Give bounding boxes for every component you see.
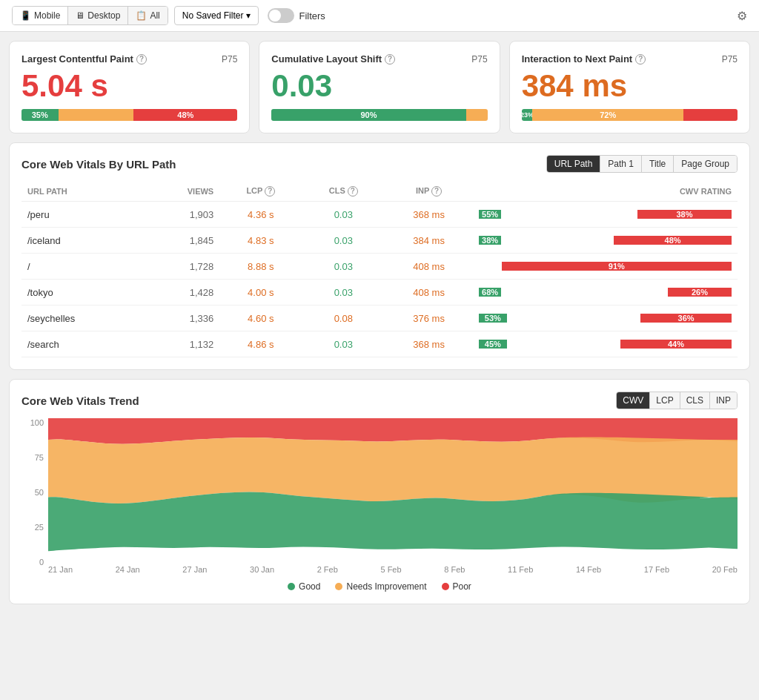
inp-value: 384 ms <box>522 70 738 102</box>
x-label-8: 14 Feb <box>576 565 601 574</box>
tab-desktop[interactable]: 🖥 Desktop <box>68 7 128 24</box>
bar-segment-green: 53% <box>479 314 507 323</box>
cls-col-info-icon[interactable]: ? <box>348 186 358 197</box>
tab-mobile[interactable]: 📱 Mobile <box>13 7 68 24</box>
tab-path1[interactable]: Path 1 <box>600 156 642 172</box>
col-cls: CLS ? <box>302 182 385 202</box>
inp-card-header: Interaction to Next Paint ? P75 <box>522 53 738 65</box>
url-grouping-tabs: URL Path Path 1 Title Page Group <box>546 155 738 173</box>
row-rating-bar: 53%36% <box>479 311 732 325</box>
row-inp: 408 ms <box>385 280 473 306</box>
lcp-col-info-icon[interactable]: ? <box>265 186 275 197</box>
x-label-9: 17 Feb <box>644 565 669 574</box>
col-views: VIEWS <box>142 182 219 202</box>
cls-info-icon[interactable]: ? <box>385 54 395 65</box>
bar-segment-green: 55% <box>479 210 501 219</box>
row-rating-bar: 55%38% <box>479 208 732 221</box>
settings-button[interactable]: ⚙ <box>737 9 747 23</box>
trend-tabs: CWV LCP CLS INP <box>616 392 738 409</box>
y-50: 50 <box>21 488 44 497</box>
row-path: /iceland <box>21 228 142 254</box>
row-lcp: 8.88 s <box>219 254 302 280</box>
row-rating-bar: 38%48% <box>479 234 732 247</box>
metric-cards-row: Largest Contentful Paint ? P75 5.04 s 35… <box>9 41 750 133</box>
inp-info-icon[interactable]: ? <box>635 54 646 65</box>
tab-title[interactable]: Title <box>642 156 674 172</box>
inp-percentile: P75 <box>722 54 738 65</box>
row-views: 1,728 <box>142 254 219 280</box>
table-header-row: URL PATH VIEWS LCP ? CLS ? INP ? CWV RAT… <box>21 182 738 202</box>
cls-bar-good: 90% <box>271 109 465 121</box>
table-row: /search 1,132 4.86 s 0.03 368 ms 45%44% <box>21 331 738 357</box>
lcp-percentile: P75 <box>222 54 237 65</box>
bar-segment-red: 48% <box>614 236 732 245</box>
inp-bar-poor <box>683 109 738 121</box>
inp-bar-good: 23% <box>522 109 533 121</box>
filter-dropdown-label: No Saved Filter <box>182 10 244 21</box>
bar-segment-red: 38% <box>637 210 732 219</box>
legend-poor-label: Poor <box>453 581 471 592</box>
trend-chart-svg <box>48 418 738 562</box>
trend-section: Core Web Vitals Trend CWV LCP CLS INP 10… <box>9 379 750 604</box>
row-views: 1,336 <box>142 306 219 331</box>
trend-tab-lcp[interactable]: LCP <box>650 392 680 409</box>
row-lcp: 4.83 s <box>219 228 302 254</box>
row-views: 1,428 <box>142 280 219 306</box>
trend-tab-cwv[interactable]: CWV <box>617 392 650 409</box>
row-path: / <box>21 254 142 280</box>
trend-tab-inp[interactable]: INP <box>710 392 737 409</box>
chart-container <box>48 418 738 562</box>
row-path: /search <box>21 331 142 357</box>
inp-col-info-icon[interactable]: ? <box>431 186 442 197</box>
lcp-info-icon[interactable]: ? <box>136 54 147 65</box>
row-cwv-bar: 45%44% <box>473 331 738 357</box>
row-cls: 0.03 <box>302 331 385 357</box>
x-label-7: 11 Feb <box>508 565 533 574</box>
x-label-0: 21 Jan <box>48 565 73 574</box>
x-label-3: 30 Jan <box>250 565 274 574</box>
col-url-path: URL PATH <box>21 182 142 202</box>
legend-good-label: Good <box>299 581 320 592</box>
tab-page-group[interactable]: Page Group <box>674 156 737 172</box>
tab-url-path[interactable]: URL Path <box>547 156 601 172</box>
device-tabs: 📱 Mobile 🖥 Desktop 📋 All <box>12 6 168 25</box>
row-cls: 0.03 <box>302 254 385 280</box>
cls-value: 0.03 <box>271 70 487 102</box>
inp-title: Interaction to Next Paint ? <box>522 53 646 65</box>
col-inp: INP ? <box>385 182 473 202</box>
lcp-value: 5.04 s <box>21 70 237 102</box>
all-icon: 📋 <box>136 10 147 21</box>
table-section: Core Web Vitals By URL Path URL Path Pat… <box>9 142 750 370</box>
chart-y-axis: 100 75 50 25 0 <box>21 418 44 567</box>
legend-needs-dot <box>335 583 342 590</box>
table-section-title: Core Web Vitals By URL Path <box>21 158 176 171</box>
cwv-table: URL PATH VIEWS LCP ? CLS ? INP ? CWV RAT… <box>21 182 738 357</box>
x-label-10: 20 Feb <box>712 565 738 574</box>
bar-segment-green: 45% <box>479 340 507 349</box>
x-label-4: 2 Feb <box>317 565 338 574</box>
row-path: /tokyo <box>21 280 142 306</box>
toggle-knob <box>269 10 281 22</box>
table-row: /iceland 1,845 4.83 s 0.03 384 ms 38%48% <box>21 228 738 254</box>
row-cls: 0.03 <box>302 280 385 306</box>
legend-good: Good <box>288 581 320 592</box>
tab-desktop-label: Desktop <box>87 10 120 21</box>
tab-all[interactable]: 📋 All <box>128 7 167 24</box>
table-row: /tokyo 1,428 4.00 s 0.03 408 ms 68%26% <box>21 280 738 306</box>
row-inp: 368 ms <box>385 202 473 228</box>
filters-toggle[interactable] <box>268 8 294 23</box>
y-100: 100 <box>21 418 44 427</box>
bar-segment-red: 36% <box>640 314 732 323</box>
bar-segment-green: 38% <box>479 236 501 245</box>
trend-tab-cls[interactable]: CLS <box>680 392 710 409</box>
filter-dropdown-button[interactable]: No Saved Filter ▾ <box>174 6 259 25</box>
row-inp: 384 ms <box>385 228 473 254</box>
row-inp: 376 ms <box>385 306 473 331</box>
inp-bar: 23% 72% <box>522 109 738 121</box>
bar-segment-red: 26% <box>668 288 732 297</box>
row-lcp: 4.36 s <box>219 202 302 228</box>
row-inp: 408 ms <box>385 254 473 280</box>
col-cwv-rating: CWV RATING <box>473 182 738 202</box>
tab-mobile-label: Mobile <box>34 10 60 21</box>
row-cls: 0.03 <box>302 228 385 254</box>
